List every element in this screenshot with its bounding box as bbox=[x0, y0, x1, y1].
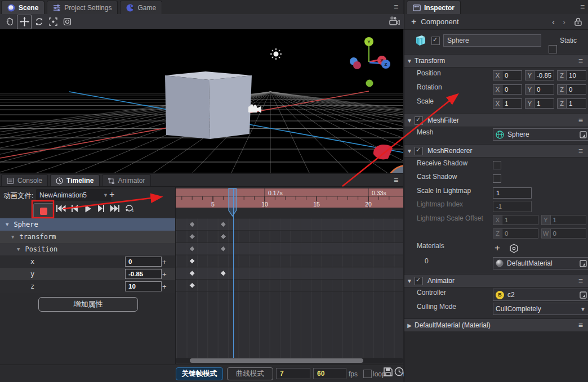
add-keyframe-x-button[interactable]: + bbox=[162, 258, 167, 266]
light-gizmo-icon[interactable] bbox=[270, 48, 282, 60]
tab-scene[interactable]: Scene bbox=[1, 1, 44, 15]
scene-camera-settings-button[interactable] bbox=[387, 16, 401, 27]
track-group-transform[interactable]: ▼ transform bbox=[0, 231, 176, 243]
object-picker-icon[interactable] bbox=[580, 291, 587, 299]
save-icon[interactable] bbox=[383, 367, 393, 377]
timeline-scrollbar[interactable] bbox=[176, 358, 403, 363]
position-y-field[interactable]: Y-0.85 bbox=[525, 70, 554, 80]
clip-dropdown[interactable]: NewAnimation5 ▼ bbox=[36, 189, 112, 201]
foldout-icon[interactable]: ▼ bbox=[404, 278, 415, 284]
record-button[interactable] bbox=[33, 203, 54, 219]
material-section-header[interactable]: ▶ DefaultMaterial (Material) ≡ bbox=[404, 318, 588, 332]
tab-inspector[interactable]: Inspector bbox=[407, 1, 461, 15]
add-keyframe-z-button[interactable]: + bbox=[162, 282, 167, 291]
skip-first-button[interactable] bbox=[56, 205, 66, 212]
receive-shadow-checkbox[interactable] bbox=[493, 161, 501, 169]
hex-settings-icon[interactable] bbox=[509, 244, 519, 253]
history-back-button[interactable]: ‹ bbox=[552, 17, 555, 26]
scale-z-field[interactable]: Z1 bbox=[557, 98, 586, 109]
active-checkbox[interactable] bbox=[431, 37, 440, 45]
gizmo-neg-y-ball[interactable] bbox=[366, 80, 373, 87]
tab-console[interactable]: Console bbox=[1, 174, 48, 186]
foldout-icon[interactable]: ▶ bbox=[404, 322, 415, 329]
playhead-handle[interactable] bbox=[228, 188, 237, 217]
object-picker-icon[interactable] bbox=[580, 260, 587, 267]
loop-checkbox[interactable] bbox=[363, 370, 372, 378]
object-name-input[interactable] bbox=[443, 34, 541, 47]
prop-z-value[interactable]: 10 bbox=[125, 281, 162, 291]
timeline-menu-icon[interactable]: ≡ bbox=[394, 176, 398, 184]
collapse-icon[interactable]: ▼ bbox=[17, 246, 20, 252]
scene-viewport[interactable]: X Z Y bbox=[0, 29, 403, 173]
frame-rate-input[interactable] bbox=[313, 368, 346, 379]
collapse-icon[interactable]: ▼ bbox=[11, 234, 14, 240]
rotation-z-field[interactable]: Z0 bbox=[557, 84, 586, 95]
scale-x-field[interactable]: X1 bbox=[493, 98, 522, 109]
tab-game[interactable]: Game bbox=[120, 1, 162, 15]
tab-timeline[interactable]: Timeline bbox=[50, 174, 99, 186]
foldout-icon[interactable]: ▼ bbox=[404, 148, 415, 154]
next-frame-button[interactable] bbox=[97, 205, 105, 212]
move-tool-button[interactable] bbox=[17, 15, 32, 29]
scale-y-field[interactable]: Y1 bbox=[525, 98, 554, 109]
prop-y-value[interactable]: -0.85 bbox=[125, 269, 162, 279]
curve-mode-button[interactable]: 曲线模式 bbox=[227, 367, 273, 380]
transform-section-header[interactable]: ▼ Transform ≡ bbox=[404, 54, 588, 68]
gizmo-neg-x-ball[interactable] bbox=[353, 61, 361, 69]
lock-icon[interactable] bbox=[574, 17, 582, 26]
material-section-menu-icon[interactable]: ≡ bbox=[578, 321, 583, 329]
cube-object[interactable] bbox=[165, 71, 252, 139]
orientation-gizmo[interactable]: X Z Y bbox=[350, 37, 390, 87]
current-frame-input[interactable] bbox=[276, 368, 310, 379]
timeline-ruler[interactable]: 0.17s0.33s5101520 bbox=[176, 188, 403, 208]
history-forward-button[interactable]: › bbox=[563, 17, 565, 26]
add-clip-button[interactable]: + bbox=[109, 190, 114, 200]
meshrenderer-menu-icon[interactable]: ≡ bbox=[578, 147, 583, 155]
skip-last-button[interactable] bbox=[110, 205, 119, 212]
rotation-y-field[interactable]: Y0 bbox=[525, 84, 554, 95]
material-field[interactable]: DefaultMaterial bbox=[493, 257, 588, 269]
scrollbar-thumb[interactable] bbox=[190, 358, 363, 363]
inspector-menu-icon[interactable]: ≡ bbox=[580, 3, 585, 11]
controller-field[interactable]: B c2 bbox=[493, 289, 588, 301]
frame-tool-button[interactable] bbox=[46, 15, 60, 29]
transform-menu-icon[interactable]: ≡ bbox=[578, 57, 583, 65]
tab-project-settings[interactable]: Project Settings bbox=[47, 1, 118, 15]
scene-menu-icon[interactable]: ≡ bbox=[394, 3, 398, 11]
add-property-button[interactable]: 增加属性 bbox=[38, 297, 138, 312]
prev-frame-button[interactable] bbox=[71, 205, 79, 212]
foldout-icon[interactable]: ▼ bbox=[404, 118, 415, 124]
animator-enabled-checkbox[interactable] bbox=[415, 277, 423, 285]
keyframe-mode-button[interactable]: 关键帧模式 bbox=[176, 367, 223, 380]
rotate-tool-button[interactable] bbox=[32, 15, 46, 29]
culling-mode-dropdown[interactable]: CullCompletely ▼ bbox=[493, 303, 588, 315]
position-z-field[interactable]: Z10 bbox=[557, 70, 586, 80]
loop-button[interactable]: 1 bbox=[124, 204, 135, 213]
prop-x-value[interactable]: 0 bbox=[125, 257, 162, 267]
keyframe-tracks[interactable] bbox=[176, 218, 403, 358]
track-group-sphere[interactable]: ▼ Sphere bbox=[0, 218, 176, 231]
cast-shadow-checkbox[interactable] bbox=[493, 174, 501, 183]
add-component-button[interactable]: + bbox=[411, 17, 416, 27]
rect-tool-button[interactable] bbox=[60, 15, 74, 29]
sphere-object[interactable] bbox=[386, 165, 403, 173]
animator-menu-icon[interactable]: ≡ bbox=[578, 277, 583, 285]
position-x-field[interactable]: X0 bbox=[493, 70, 522, 80]
hand-tool-button[interactable] bbox=[3, 15, 16, 29]
meshrenderer-enabled-checkbox[interactable] bbox=[415, 147, 423, 155]
tab-animator[interactable]: Animator bbox=[102, 174, 151, 186]
meshfilter-enabled-checkbox[interactable] bbox=[415, 116, 423, 125]
meshrenderer-section-header[interactable]: ▼ MeshRenderer ≡ bbox=[404, 144, 588, 158]
animator-section-header[interactable]: ▼ Animator ≡ bbox=[404, 274, 588, 287]
play-button[interactable] bbox=[84, 205, 92, 213]
mesh-field[interactable]: Sphere bbox=[493, 128, 588, 141]
object-picker-icon[interactable] bbox=[580, 131, 587, 138]
track-prop-z[interactable]: z 10 + bbox=[0, 280, 176, 293]
track-group-position[interactable]: ▼ Position bbox=[0, 243, 176, 255]
collapse-icon[interactable]: ▼ bbox=[6, 222, 8, 227]
meshfilter-menu-icon[interactable]: ≡ bbox=[578, 116, 583, 124]
add-material-button[interactable]: + bbox=[495, 242, 500, 254]
track-prop-y[interactable]: y -0.85 + bbox=[0, 268, 176, 280]
track-prop-x[interactable]: x 0 + bbox=[0, 255, 176, 268]
add-keyframe-y-button[interactable]: + bbox=[162, 270, 167, 278]
